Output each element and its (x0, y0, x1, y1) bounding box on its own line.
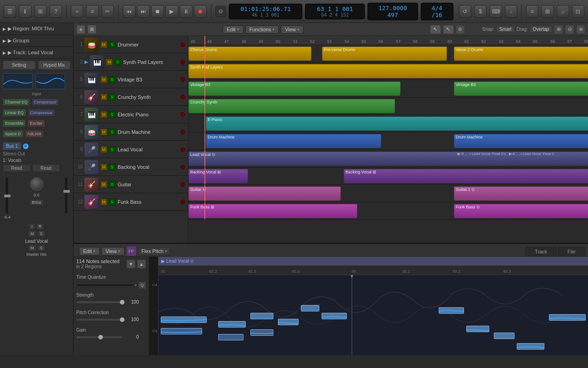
gain-slider[interactable] (76, 336, 122, 338)
hyped-mix-btn[interactable]: Hyped Mix (38, 61, 71, 69)
info-btn[interactable]: ℹ (19, 5, 31, 18)
master-s-btn[interactable]: S (38, 245, 45, 251)
cursor-btn-2[interactable]: ↖ (443, 25, 454, 34)
solo-11[interactable]: S (108, 181, 116, 188)
region-drum-machine-2[interactable]: Drum Machine (454, 134, 588, 148)
solo-2[interactable]: S (114, 58, 121, 66)
region-preverse-drums[interactable]: Pre-verse Drums (322, 46, 447, 61)
pan-knob-1[interactable] (30, 177, 44, 191)
pitch-note-3[interactable] (250, 313, 273, 319)
tab-track[interactable]: Track (525, 247, 557, 256)
mixer-btn[interactable]: ≡ (86, 5, 98, 18)
region-vintage-b3-2[interactable]: Vintage B3 (454, 81, 588, 96)
folder-btn[interactable]: ⊞ (87, 25, 96, 34)
edit-bottom-btn[interactable]: Edit (79, 247, 100, 255)
exciter-btn[interactable]: Exciter (28, 120, 45, 127)
region-backing-vocal-1[interactable]: Backing Vocal ⊞ (188, 169, 248, 183)
zoom2-btn[interactable]: ⊕ (576, 25, 585, 34)
record-7[interactable] (181, 112, 185, 117)
region-epiano[interactable]: E-Piano (206, 116, 588, 131)
pitch-note-9[interactable] (494, 333, 514, 339)
ensemble-btn[interactable]: Ensemble (3, 120, 26, 127)
gear-btn[interactable]: ⚙ (215, 6, 226, 17)
region-vintage-b3-1[interactable]: Vintage B3 (188, 81, 401, 96)
space-d-btn[interactable]: Space D (3, 130, 23, 138)
solo-10[interactable]: S (108, 163, 116, 171)
download-btn[interactable]: ↓ (505, 5, 517, 18)
pitch-note-11[interactable] (549, 314, 586, 321)
zoom-btn[interactable]: ⊖ (565, 25, 574, 34)
record-12[interactable] (181, 200, 185, 204)
region-crunchy-synth[interactable]: Crunchy Synth (188, 99, 395, 113)
pause-btn[interactable]: ⏸ (180, 5, 192, 18)
mute-9[interactable]: M (100, 146, 107, 153)
s-bottom-btn[interactable]: S (38, 230, 45, 237)
record-btn[interactable]: ⏺ (194, 5, 207, 18)
sidebar-groups-header[interactable]: ▶ ▶ Groups (3, 37, 70, 45)
midi-btn[interactable]: ⌨ (489, 5, 502, 18)
record-8[interactable] (181, 130, 185, 134)
more-btn[interactable]: ⊕ (554, 25, 563, 34)
mute-11[interactable]: M (100, 181, 107, 188)
fader-1[interactable] (5, 177, 9, 214)
view-dropdown[interactable]: View (281, 25, 304, 34)
pitch-note-2[interactable] (218, 321, 246, 328)
play-btn[interactable]: ▶ (165, 5, 178, 18)
region-guitar-2[interactable]: Guitar.1 ⊙ (454, 186, 588, 201)
drag-value[interactable]: Overlap (530, 26, 552, 33)
settings2-btn[interactable]: $ (474, 5, 486, 18)
pitch-note-10[interactable] (517, 343, 544, 350)
rewind-btn[interactable]: ⏮ (123, 5, 136, 18)
solo-6[interactable]: S (108, 93, 116, 101)
search2-btn[interactable]: ⌕ (557, 5, 569, 18)
linear-eq-btn[interactable]: Linear EQ (3, 109, 26, 116)
region-drum-machine-1[interactable]: Drum Machine (206, 134, 381, 148)
notes-btn[interactable]: ≡ (526, 5, 538, 18)
pitch-thumb[interactable] (120, 317, 124, 322)
bus-btn[interactable]: Bus 1 (3, 142, 21, 150)
setting-btn[interactable]: Setting (3, 61, 35, 69)
bpm-display[interactable]: 127.0000 497 (368, 3, 418, 20)
strength-slider[interactable] (76, 301, 122, 303)
record-6[interactable] (181, 95, 185, 99)
mute-1[interactable]: M (100, 41, 107, 48)
pitch-note-7[interactable] (439, 307, 464, 314)
filter-btn[interactable]: ⊛ (456, 25, 465, 34)
adlimit-btn[interactable]: AdLimit (25, 130, 44, 138)
time-sig-display[interactable]: 4/4 /16 (421, 3, 453, 20)
add-track-btn[interactable]: + (76, 25, 85, 34)
solo-9[interactable]: S (108, 146, 116, 153)
fader-thumb-2[interactable] (63, 190, 70, 193)
channel-eq-btn[interactable]: Channel EQ (3, 98, 30, 106)
help-btn[interactable]: ? (50, 5, 62, 18)
region-funk-bass-2[interactable]: Funk Bass ⊙ (454, 204, 588, 218)
cursor-btn-1[interactable]: ↖ (430, 25, 441, 34)
pitch-note-6[interactable] (322, 313, 347, 319)
record-2[interactable] (181, 60, 185, 64)
record-1[interactable] (181, 42, 185, 47)
pitch-note-low-3[interactable] (250, 329, 273, 336)
smart-controls-btn[interactable]: ⟡ (71, 5, 83, 18)
notes-up-btn[interactable]: ▲ (137, 259, 146, 269)
region-backing-vocal-2[interactable]: Backing Vocal ⊞ (344, 169, 588, 183)
pitch-note-low-1[interactable] (161, 328, 202, 334)
region-synth-pad[interactable]: Synth Pad Layers (188, 64, 588, 78)
region-funk-bass-1[interactable]: Funk Bass ⊞ (188, 204, 357, 218)
mute-10[interactable]: M (100, 163, 107, 171)
mute-7[interactable]: M (100, 111, 107, 118)
view-bottom-btn[interactable]: View (102, 247, 124, 255)
region-guitar-1[interactable]: Guitar ⊙ (188, 186, 341, 201)
sidebar-track-header[interactable]: ▶ ▶ Track: Lead Vocal (3, 49, 70, 57)
edit-dropdown[interactable]: Edit (223, 25, 243, 34)
master-m-btn[interactable]: M (28, 245, 36, 251)
snap-value[interactable]: Smart (496, 26, 515, 33)
quantize-input[interactable] (76, 284, 133, 287)
strength-thumb[interactable] (120, 300, 124, 305)
mute-6[interactable]: M (100, 93, 107, 101)
solo-1[interactable]: S (108, 41, 116, 48)
compressor2-btn[interactable]: Compressor (28, 109, 55, 116)
region-verse2-drums[interactable]: Verse 2 Drums (454, 46, 588, 61)
fader-thumb-1[interactable] (4, 195, 11, 197)
solo-12[interactable]: S (108, 198, 116, 206)
editors-btn[interactable]: ✂ (102, 5, 114, 18)
